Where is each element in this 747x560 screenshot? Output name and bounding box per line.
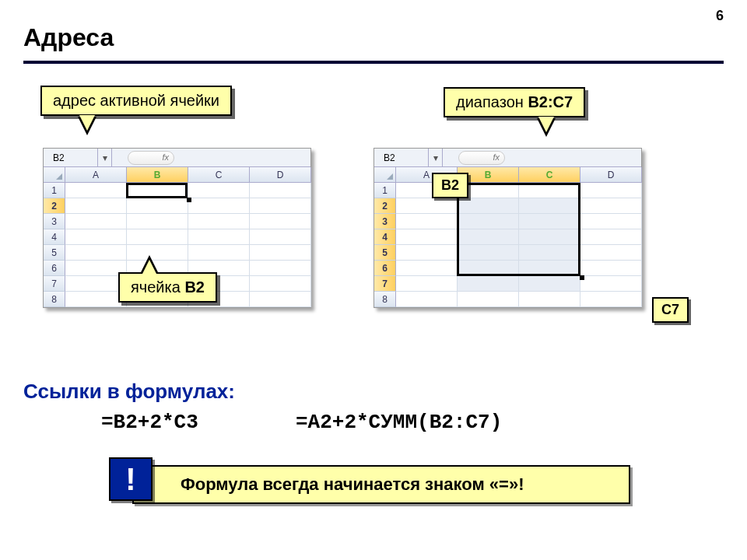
- cell-grid[interactable]: ABCD12345678: [374, 167, 641, 307]
- spreadsheet-right: B2 ▾ fx ABCD12345678: [374, 148, 642, 308]
- cell[interactable]: [127, 198, 188, 214]
- cell[interactable]: [396, 214, 458, 229]
- cell[interactable]: [127, 214, 188, 229]
- row-header[interactable]: 5: [374, 245, 396, 261]
- cell[interactable]: [127, 229, 188, 245]
- cell[interactable]: [127, 183, 188, 198]
- cell[interactable]: [458, 229, 519, 245]
- callout-bold: B2: [184, 278, 205, 296]
- callout-tail-icon: [537, 118, 556, 137]
- cell[interactable]: [580, 229, 642, 245]
- cell[interactable]: [65, 214, 127, 229]
- cell[interactable]: [580, 214, 642, 229]
- column-header[interactable]: D: [250, 167, 311, 183]
- cell[interactable]: [188, 245, 250, 261]
- column-header[interactable]: D: [580, 167, 642, 183]
- cell[interactable]: [188, 229, 250, 245]
- fx-button[interactable]: fx: [458, 151, 505, 165]
- cell[interactable]: [519, 261, 580, 276]
- cell[interactable]: [396, 245, 458, 261]
- cell[interactable]: [65, 229, 127, 245]
- formula-example-2: =A2+2*СУММ(B2:C7): [296, 411, 502, 434]
- formula-example-1: =B2+2*C3: [101, 411, 198, 434]
- row-header[interactable]: 7: [44, 276, 65, 292]
- cell[interactable]: [519, 229, 580, 245]
- column-header[interactable]: B: [127, 167, 188, 183]
- cell[interactable]: [250, 276, 311, 292]
- row-header[interactable]: 6: [44, 261, 65, 276]
- cell[interactable]: [65, 245, 127, 261]
- cell[interactable]: [458, 245, 519, 261]
- cell[interactable]: [250, 292, 311, 307]
- cell[interactable]: [188, 198, 250, 214]
- name-box-dropdown-icon[interactable]: ▾: [98, 149, 112, 166]
- name-box[interactable]: B2: [44, 149, 98, 166]
- row-header[interactable]: 2: [44, 198, 65, 214]
- cell[interactable]: [396, 292, 458, 307]
- cell[interactable]: [396, 229, 458, 245]
- callout-text: адрес активной ячейки: [53, 92, 219, 109]
- links-heading: Ссылки в формулах:: [23, 380, 235, 404]
- cell[interactable]: [458, 261, 519, 276]
- page-title: Адреса: [23, 23, 114, 52]
- cell[interactable]: [188, 183, 250, 198]
- cell[interactable]: [519, 214, 580, 229]
- cell[interactable]: [188, 214, 250, 229]
- fx-label: fx: [493, 152, 500, 162]
- cell[interactable]: [396, 261, 458, 276]
- cell[interactable]: [580, 183, 642, 198]
- column-header[interactable]: C: [188, 167, 250, 183]
- cell[interactable]: [250, 229, 311, 245]
- callout-active-cell-address: адрес активной ячейки: [40, 86, 232, 116]
- row-header[interactable]: 6: [374, 261, 396, 276]
- row-header[interactable]: 4: [44, 229, 65, 245]
- cell[interactable]: [519, 292, 580, 307]
- cell[interactable]: [65, 183, 127, 198]
- cell[interactable]: [250, 261, 311, 276]
- cell[interactable]: [458, 276, 519, 292]
- row-header[interactable]: 7: [374, 276, 396, 292]
- cell[interactable]: [396, 276, 458, 292]
- row-header[interactable]: 4: [374, 229, 396, 245]
- cell[interactable]: [519, 245, 580, 261]
- fill-handle-icon[interactable]: [187, 198, 191, 202]
- cell[interactable]: [458, 198, 519, 214]
- formula-bar: B2 ▾ fx: [44, 149, 310, 167]
- fill-handle-icon[interactable]: [580, 275, 584, 280]
- cell[interactable]: [580, 292, 642, 307]
- formula-bar: B2 ▾ fx: [374, 149, 641, 167]
- cell[interactable]: [519, 276, 580, 292]
- select-all-corner[interactable]: [374, 167, 396, 183]
- cell[interactable]: [519, 183, 580, 198]
- row-header[interactable]: 2: [374, 198, 396, 214]
- callout-text: диапазон: [456, 93, 528, 110]
- cell[interactable]: [458, 214, 519, 229]
- row-header[interactable]: 1: [374, 183, 396, 198]
- select-all-corner[interactable]: [44, 167, 65, 183]
- cell[interactable]: [250, 214, 311, 229]
- row-header[interactable]: 8: [44, 292, 65, 307]
- title-rule: [23, 61, 724, 64]
- row-header[interactable]: 3: [374, 214, 396, 229]
- cell[interactable]: [519, 198, 580, 214]
- cell[interactable]: [250, 183, 311, 198]
- cell[interactable]: [396, 198, 458, 214]
- name-box[interactable]: B2: [374, 149, 429, 166]
- row-header[interactable]: 3: [44, 214, 65, 229]
- column-header[interactable]: C: [519, 167, 580, 183]
- callout-text: ячейка: [131, 278, 184, 296]
- name-box-dropdown-icon[interactable]: ▾: [429, 149, 443, 166]
- row-header[interactable]: 1: [44, 183, 65, 198]
- cell[interactable]: [580, 245, 642, 261]
- fx-button[interactable]: fx: [128, 151, 174, 165]
- row-header[interactable]: 5: [44, 245, 65, 261]
- cell[interactable]: [65, 198, 127, 214]
- column-header[interactable]: A: [65, 167, 127, 183]
- cell[interactable]: [250, 198, 311, 214]
- cell[interactable]: [580, 198, 642, 214]
- cell[interactable]: [580, 276, 642, 292]
- row-header[interactable]: 8: [374, 292, 396, 307]
- cell[interactable]: [580, 261, 642, 276]
- cell[interactable]: [250, 245, 311, 261]
- cell[interactable]: [458, 292, 519, 307]
